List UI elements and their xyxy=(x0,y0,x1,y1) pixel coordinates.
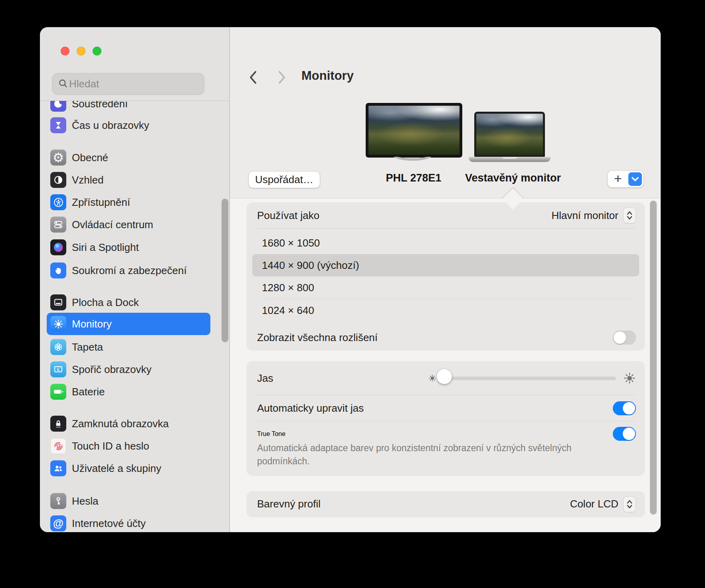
auto-brightness-toggle[interactable] xyxy=(613,401,636,415)
key-icon xyxy=(50,493,66,509)
page-title: Monitory xyxy=(301,69,354,83)
sidebar-item-cas-u-obrazovky[interactable]: Čas u obrazovky xyxy=(47,114,210,136)
brightness-row: Jas xyxy=(247,361,645,395)
sidebar: Soustředění Čas u obrazovky ⚙ Obecné Vzh… xyxy=(40,27,230,532)
siri-icon xyxy=(50,239,66,255)
chevron-down-icon xyxy=(632,177,639,182)
use-as-pulldown[interactable]: Hlavní monitor xyxy=(551,207,636,223)
display-settings: Používat jako Hlavní monitor 1680 × 1050… xyxy=(247,203,645,517)
sidebar-scrollbar[interactable] xyxy=(222,199,228,342)
sidebar-item-baterie[interactable]: Baterie xyxy=(47,381,210,403)
add-display-dropdown[interactable] xyxy=(628,172,642,186)
use-as-row: Používat jako Hlavní monitor xyxy=(247,203,645,228)
plus-icon[interactable]: + xyxy=(608,171,628,188)
search-icon xyxy=(58,78,68,90)
moon-icon xyxy=(50,101,66,112)
sidebar-item-vzhled[interactable]: Vzhled xyxy=(47,169,210,191)
sidebar-item-obecne[interactable]: ⚙ Obecné xyxy=(47,146,210,169)
hand-icon xyxy=(50,262,66,278)
color-profile-row: Barevný profil Color LCD xyxy=(247,491,645,517)
sidebar-item-touch-id-a-heslo[interactable]: Touch ID a heslo xyxy=(47,435,210,457)
displays-header: Monitory PHL 278E1 Vestavěný monitor Usp… xyxy=(230,27,661,198)
search-field[interactable] xyxy=(52,73,204,95)
brightness-high-icon xyxy=(623,372,636,385)
appearance-icon xyxy=(50,172,66,188)
sidebar-item-zpristupneni[interactable]: Zpřístupnění xyxy=(47,191,210,213)
resolution-option[interactable]: 1024 × 640 xyxy=(252,299,639,322)
sidebar-item-hesla[interactable]: Hesla xyxy=(47,490,210,512)
system-settings-window: Soustředění Čas u obrazovky ⚙ Obecné Vzh… xyxy=(40,27,661,532)
sidebar-item-zamknuta-obrazovka[interactable]: Zamknutá obrazovka xyxy=(47,412,210,435)
add-display-button[interactable]: + xyxy=(608,171,644,187)
sidebar-list: Soustředění Čas u obrazovky ⚙ Obecné Vzh… xyxy=(40,101,230,532)
search-input[interactable] xyxy=(68,77,204,91)
sidebar-item-tapeta[interactable]: Tapeta xyxy=(47,336,210,358)
zoom-window-button[interactable] xyxy=(93,47,101,55)
wallpaper-image xyxy=(368,106,459,155)
resolution-option[interactable]: 1280 × 800 xyxy=(252,276,639,299)
sidebar-item-soukromi-a-zabezpeceni[interactable]: Soukromí a zabezpečení xyxy=(47,259,210,282)
sidebar-item-siri-a-spotlight[interactable]: Siri a Spotlight xyxy=(47,236,210,258)
lock-icon xyxy=(50,416,66,432)
resolution-list: 1680 × 1050 1440 × 900 (výchozí) 1280 × … xyxy=(247,229,645,325)
builtin-display-name: Vestavěný monitor xyxy=(453,172,573,184)
brightness-slider[interactable] xyxy=(444,377,616,380)
sidebar-item-plocha-a-dock[interactable]: Plocha a Dock xyxy=(47,291,210,314)
accessibility-icon xyxy=(50,194,66,210)
auto-brightness-row: Automaticky upravit jas xyxy=(247,395,645,421)
fingerprint-icon xyxy=(50,438,66,454)
chevron-up-down-icon[interactable] xyxy=(623,496,636,512)
detail-pane: Monitory PHL 278E1 Vestavěný monitor Usp… xyxy=(230,27,661,532)
color-profile-pulldown[interactable]: Color LCD xyxy=(570,496,636,512)
resolution-option-selected[interactable]: 1440 × 900 (výchozí) xyxy=(252,254,639,276)
true-tone-toggle[interactable] xyxy=(613,427,636,441)
true-tone-row: True Tone xyxy=(247,421,645,441)
hourglass-icon xyxy=(50,117,66,133)
content-scrollbar[interactable] xyxy=(650,201,657,515)
sidebar-item-monitory[interactable]: Monitory xyxy=(47,313,210,335)
show-all-resolutions-toggle[interactable] xyxy=(613,331,636,345)
builtin-display-thumbnail[interactable] xyxy=(474,112,545,157)
brightness-low-icon xyxy=(428,373,437,383)
show-all-resolutions-row: Zobrazit všechna rozlišení xyxy=(247,325,645,350)
sidebar-item-uzivatele-a-skupiny[interactable]: Uživatelé a skupiny xyxy=(47,457,210,479)
forward-button[interactable] xyxy=(273,69,291,86)
sidebar-item-soustredeni[interactable]: Soustředění xyxy=(47,101,210,115)
users-icon xyxy=(50,460,66,476)
screen: Soustředění Čas u obrazovky ⚙ Obecné Vzh… xyxy=(0,0,705,588)
battery-icon xyxy=(50,384,66,400)
dock-icon xyxy=(50,294,66,310)
chevron-up-down-icon[interactable] xyxy=(623,207,636,223)
sun-icon xyxy=(50,316,66,332)
display-stand xyxy=(390,157,438,163)
close-window-button[interactable] xyxy=(61,47,69,55)
back-button[interactable] xyxy=(244,69,262,86)
macbook-base xyxy=(469,157,551,162)
resolution-card: Používat jako Hlavní monitor 1680 × 1050… xyxy=(247,203,645,350)
sidebar-item-ovladaci-centrum[interactable]: Ovládací centrum xyxy=(47,213,210,236)
color-profile-card: Barevný profil Color LCD xyxy=(247,491,645,517)
wallpaper-image xyxy=(476,114,543,155)
flower-icon xyxy=(50,339,66,355)
toggles-icon xyxy=(50,217,66,233)
resolution-option[interactable]: 1680 × 1050 xyxy=(252,232,639,254)
sidebar-item-sporic-obrazovky[interactable]: Spořič obrazovky xyxy=(47,358,210,381)
at-icon: @ xyxy=(50,515,66,531)
minimize-window-button[interactable] xyxy=(77,47,85,55)
brightness-card: Jas Automaticky upravit jas xyxy=(247,361,645,476)
arrange-button[interactable]: Uspořádat… xyxy=(249,172,320,188)
screensaver-icon xyxy=(50,361,66,377)
sidebar-item-internetove-ucty[interactable]: @ Internetové účty xyxy=(47,512,210,532)
true-tone-description: Automatická adaptace barev pro konzisten… xyxy=(247,441,645,476)
brightness-slider-thumb[interactable] xyxy=(437,369,452,384)
gear-icon: ⚙ xyxy=(50,150,66,166)
external-display-thumbnail[interactable] xyxy=(366,103,462,158)
